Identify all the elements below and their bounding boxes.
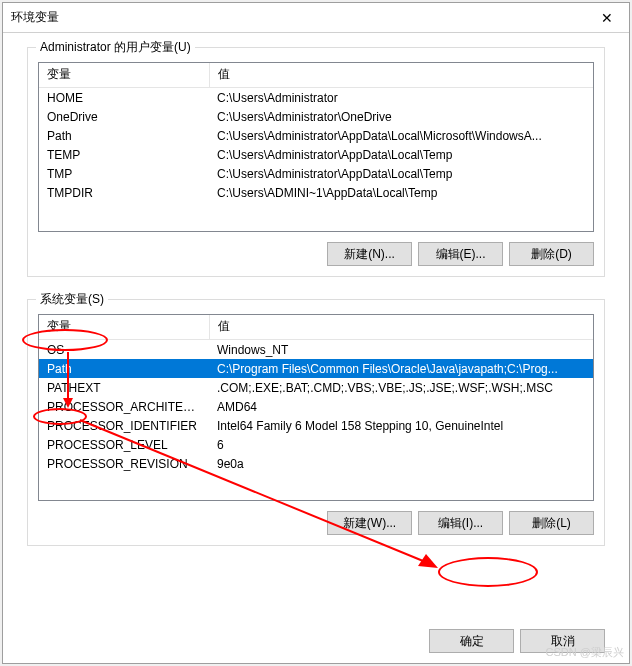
system-vars-group: 系统变量(S) 变量 值 OSWindows_NT PathC:\Program…	[27, 299, 605, 546]
table-row[interactable]: OSWindows_NT	[39, 340, 593, 360]
sys-col-value[interactable]: 值	[209, 315, 593, 340]
table-row[interactable]: PROCESSOR_REVISION9e0a	[39, 454, 593, 473]
dialog-footer: 确定 取消	[3, 623, 629, 663]
user-edit-button[interactable]: 编辑(E)...	[418, 242, 503, 266]
user-vars-table[interactable]: 变量 值 HOMEC:\Users\Administrator OneDrive…	[38, 62, 594, 232]
table-row[interactable]: TEMPC:\Users\Administrator\AppData\Local…	[39, 145, 593, 164]
window-title: 环境变量	[11, 9, 59, 26]
system-vars-table[interactable]: 变量 值 OSWindows_NT PathC:\Program Files\C…	[38, 314, 594, 501]
close-button[interactable]: ✕	[584, 3, 629, 33]
table-row[interactable]: HOMEC:\Users\Administrator	[39, 88, 593, 108]
table-row[interactable]: OneDriveC:\Users\Administrator\OneDrive	[39, 107, 593, 126]
titlebar: 环境变量 ✕	[3, 3, 629, 33]
user-col-variable[interactable]: 变量	[39, 63, 209, 88]
user-new-button[interactable]: 新建(N)...	[327, 242, 412, 266]
system-vars-legend: 系统变量(S)	[36, 291, 108, 308]
table-row[interactable]: TMPDIRC:\Users\ADMINI~1\AppData\Local\Te…	[39, 183, 593, 202]
sys-new-button[interactable]: 新建(W)...	[327, 511, 412, 535]
user-vars-group: Administrator 的用户变量(U) 变量 值 HOMEC:\Users…	[27, 47, 605, 277]
user-col-value[interactable]: 值	[209, 63, 593, 88]
sys-delete-button[interactable]: 删除(L)	[509, 511, 594, 535]
table-row[interactable]: PROCESSOR_IDENTIFIERIntel64 Family 6 Mod…	[39, 416, 593, 435]
user-vars-legend: Administrator 的用户变量(U)	[36, 39, 195, 56]
table-row[interactable]: PROCESSOR_ARCHITECT...AMD64	[39, 397, 593, 416]
content-area: Administrator 的用户变量(U) 变量 值 HOMEC:\Users…	[3, 33, 629, 623]
table-row[interactable]: PathC:\Users\Administrator\AppData\Local…	[39, 126, 593, 145]
table-row[interactable]: PATHEXT.COM;.EXE;.BAT;.CMD;.VBS;.VBE;.JS…	[39, 378, 593, 397]
table-row[interactable]: PROCESSOR_LEVEL6	[39, 435, 593, 454]
sys-col-variable[interactable]: 变量	[39, 315, 209, 340]
env-vars-dialog: 环境变量 ✕ Administrator 的用户变量(U) 变量 值	[2, 2, 630, 664]
close-icon: ✕	[601, 10, 613, 26]
table-row[interactable]: TMPC:\Users\Administrator\AppData\Local\…	[39, 164, 593, 183]
sys-edit-button[interactable]: 编辑(I)...	[418, 511, 503, 535]
user-delete-button[interactable]: 删除(D)	[509, 242, 594, 266]
table-row[interactable]: PathC:\Program Files\Common Files\Oracle…	[39, 359, 593, 378]
ok-button[interactable]: 确定	[429, 629, 514, 653]
watermark: CSDN @梁辰兴	[546, 645, 624, 660]
